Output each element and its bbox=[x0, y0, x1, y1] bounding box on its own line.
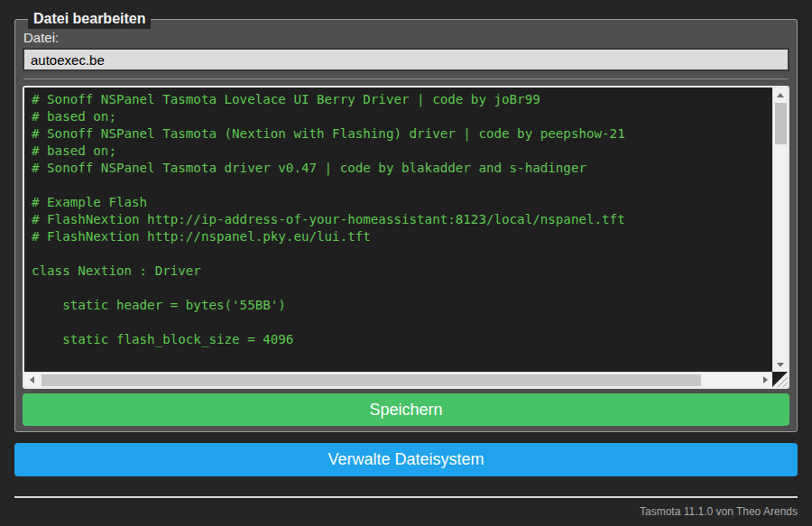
code-editor-textarea[interactable]: # Sonoff NSPanel Tasmota Lovelace UI Ber… bbox=[23, 86, 789, 389]
edit-file-fieldset: Datei bearbeiten Datei: # Sonoff NSPanel… bbox=[14, 9, 798, 432]
scroll-right-icon[interactable] bbox=[758, 373, 772, 387]
vertical-scrollbar-thumb[interactable] bbox=[775, 103, 787, 144]
footer-divider bbox=[14, 496, 798, 498]
file-name-input[interactable] bbox=[23, 48, 789, 71]
resize-grip-icon[interactable] bbox=[772, 372, 788, 387]
footer-version-link[interactable]: Tasmota 11.1.0 von Theo Arends bbox=[640, 505, 798, 518]
code-content[interactable]: # Sonoff NSPanel Tasmota Lovelace UI Ber… bbox=[24, 88, 772, 372]
save-button[interactable]: Speichern bbox=[23, 393, 789, 426]
scroll-down-icon[interactable] bbox=[773, 357, 788, 372]
manage-filesystem-button[interactable]: Verwalte Dateisystem bbox=[14, 443, 798, 476]
divider bbox=[23, 78, 789, 79]
footer: Tasmota 11.1.0 von Theo Arends bbox=[14, 496, 798, 519]
horizontal-scrollbar[interactable] bbox=[24, 372, 772, 387]
horizontal-scrollbar-thumb[interactable] bbox=[42, 374, 701, 386]
fieldset-legend: Datei bearbeiten bbox=[28, 9, 151, 29]
scroll-up-icon[interactable] bbox=[773, 88, 788, 102]
scroll-left-icon[interactable] bbox=[24, 373, 39, 387]
vertical-scrollbar[interactable] bbox=[772, 88, 788, 372]
file-name-label: Datei: bbox=[23, 30, 789, 45]
page-container: Datei bearbeiten Datei: # Sonoff NSPanel… bbox=[14, 9, 798, 519]
